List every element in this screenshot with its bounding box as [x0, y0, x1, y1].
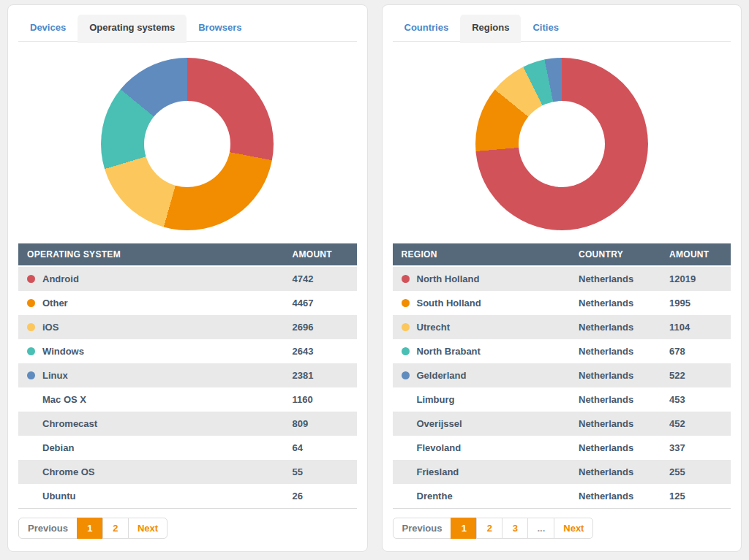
- table-header: OPERATING SYSTEMAMOUNT: [18, 243, 357, 266]
- cell-amount: 55: [284, 460, 357, 484]
- page-1[interactable]: 1: [77, 518, 103, 539]
- cell-label: South Holland: [393, 291, 571, 315]
- cell-label: iOS: [18, 315, 284, 339]
- dot-spacer: [27, 492, 35, 500]
- page-1[interactable]: 1: [451, 518, 477, 539]
- page-2[interactable]: 2: [102, 518, 129, 539]
- cell-amount: 125: [660, 484, 731, 509]
- cell-amount: 2381: [284, 363, 357, 387]
- cell-country: Netherlands: [570, 436, 660, 460]
- table-row: North BrabantNetherlands678: [393, 339, 731, 363]
- cell-label: Windows: [18, 339, 284, 363]
- regions-tab-bar: CountriesRegionsCities: [393, 15, 731, 42]
- series-color-dot: [402, 371, 410, 379]
- regions-table: REGIONCOUNTRYAMOUNT North HollandNetherl…: [393, 243, 731, 509]
- cell-country: Netherlands: [570, 339, 660, 363]
- cell-amount: 2696: [284, 315, 357, 339]
- column-header-region: REGION: [393, 243, 571, 266]
- table-row: Chromecast809: [18, 412, 357, 436]
- dot-spacer: [402, 420, 410, 428]
- dot-spacer: [402, 492, 410, 500]
- operating-systems-table: OPERATING SYSTEMAMOUNT Android4742Other4…: [18, 243, 357, 509]
- cell-country: Netherlands: [570, 266, 660, 291]
- cell-country: Netherlands: [570, 484, 660, 509]
- tab-operating-systems[interactable]: Operating systems: [78, 15, 187, 43]
- cell-label: Chromecast: [18, 412, 284, 436]
- table-row: Debian64: [18, 436, 357, 460]
- tab-cities[interactable]: Cities: [521, 15, 570, 41]
- row-label: Ubuntu: [42, 491, 75, 502]
- regions-pagination: Previous123...Next: [393, 518, 594, 539]
- cell-amount: 452: [660, 412, 731, 436]
- tab-browsers[interactable]: Browsers: [187, 15, 253, 41]
- row-label: Drenthe: [417, 491, 453, 502]
- cell-label: Mac OS X: [18, 387, 284, 412]
- dot-spacer: [27, 396, 35, 404]
- tab-devices[interactable]: Devices: [18, 15, 78, 41]
- page-: ...: [527, 518, 554, 539]
- dot-spacer: [27, 468, 35, 476]
- cell-amount: 1995: [660, 291, 731, 315]
- table-row: GelderlandNetherlands522: [393, 363, 731, 387]
- page-previous[interactable]: Previous: [18, 518, 78, 539]
- column-header-operating-system: OPERATING SYSTEM: [18, 243, 284, 266]
- row-label: Utrecht: [417, 322, 451, 333]
- cell-amount: 453: [660, 387, 731, 412]
- operating-systems-donut-chart[interactable]: [101, 58, 274, 230]
- row-label: Gelderland: [417, 370, 467, 381]
- table-row: South HollandNetherlands1995: [393, 291, 731, 315]
- cell-amount: 337: [660, 436, 731, 460]
- column-header-country: COUNTRY: [570, 243, 660, 266]
- series-color-dot: [402, 323, 410, 331]
- table-row: iOS2696: [18, 315, 357, 339]
- operating-systems-pagination: Previous12Next: [18, 518, 168, 539]
- row-label: Chromecast: [42, 418, 97, 429]
- panel-operating-systems: DevicesOperating systemsBrowsers OPERATI…: [7, 4, 368, 552]
- series-color-dot: [402, 275, 410, 283]
- cell-country: Netherlands: [570, 291, 660, 315]
- series-color-dot: [27, 371, 35, 379]
- dot-spacer: [402, 444, 410, 452]
- column-header-amount: AMOUNT: [284, 243, 357, 266]
- dot-spacer: [27, 444, 35, 452]
- row-label: Flevoland: [417, 442, 462, 453]
- cell-amount: 255: [660, 460, 731, 484]
- dot-spacer: [402, 468, 410, 476]
- page-previous[interactable]: Previous: [393, 518, 452, 539]
- cell-label: Flevoland: [393, 436, 571, 460]
- page-2[interactable]: 2: [476, 518, 503, 539]
- page-next[interactable]: Next: [128, 518, 168, 539]
- table-row: Chrome OS55: [18, 460, 357, 484]
- table-row: OverijsselNetherlands452: [393, 412, 731, 436]
- panel-regions: CountriesRegionsCities REGIONCOUNTRYAMOU…: [382, 4, 742, 552]
- cell-label: North Holland: [393, 266, 571, 291]
- page-3[interactable]: 3: [502, 518, 528, 539]
- cell-amount: 1160: [284, 387, 357, 412]
- tab-regions[interactable]: Regions: [460, 15, 521, 43]
- cell-label: Gelderland: [393, 363, 571, 387]
- cell-amount: 1104: [660, 315, 731, 339]
- table-row: Linux2381: [18, 363, 357, 387]
- dot-spacer: [402, 396, 410, 404]
- row-label: Linux: [42, 370, 68, 381]
- series-color-dot: [27, 323, 35, 331]
- table-row: Mac OS X1160: [18, 387, 357, 412]
- regions-donut-chart[interactable]: [475, 58, 648, 230]
- cell-amount: 809: [284, 412, 357, 436]
- table-row: Other4467: [18, 291, 357, 315]
- cell-amount: 64: [284, 436, 357, 460]
- cell-amount: 4742: [284, 266, 357, 291]
- regions-chart-area: [393, 45, 731, 243]
- tab-countries[interactable]: Countries: [393, 15, 461, 41]
- operating-systems-chart-area: [18, 45, 357, 243]
- row-label: Friesland: [417, 466, 459, 477]
- cell-label: Drenthe: [393, 484, 571, 509]
- dot-spacer: [27, 420, 35, 428]
- table-row: North HollandNetherlands12019: [393, 266, 731, 291]
- series-color-dot: [402, 347, 410, 355]
- page-next[interactable]: Next: [554, 518, 593, 539]
- cell-country: Netherlands: [570, 387, 660, 412]
- series-color-dot: [402, 299, 410, 307]
- table-row: Ubuntu26: [18, 484, 357, 509]
- cell-amount: 12019: [660, 266, 731, 291]
